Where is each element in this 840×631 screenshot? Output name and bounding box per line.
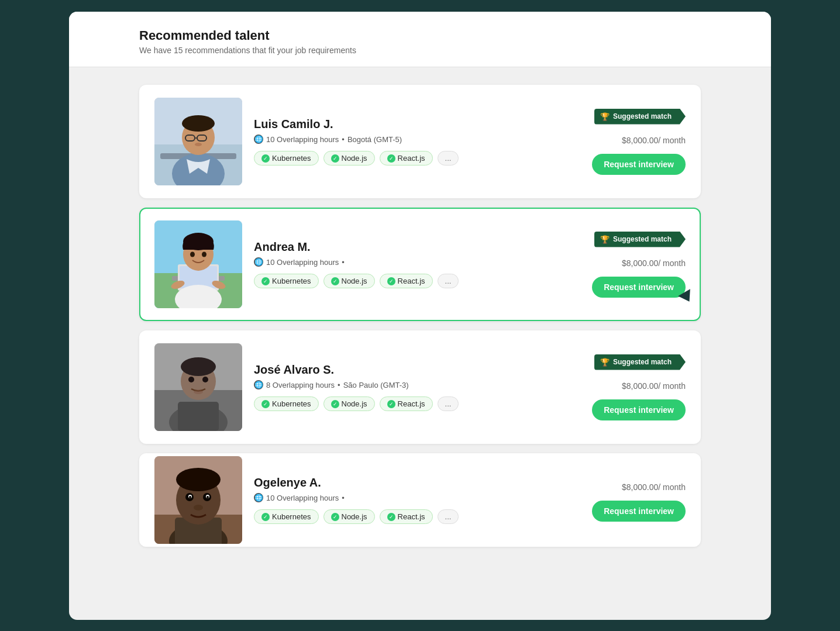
skill-reactjs: ✓ React.js <box>380 274 433 288</box>
skill-more[interactable]: ... <box>438 274 459 288</box>
skill-check-icon: ✓ <box>261 513 270 521</box>
price-ogelenye: $8,000.00/ month <box>622 478 686 494</box>
trophy-icon: 🏆 <box>600 112 610 121</box>
candidate-name-ogelenye: Ogelenye A. <box>254 476 557 489</box>
skills-row-jose: ✓ Kubernetes ✓ Node.js ✓ React.js ... <box>254 396 557 411</box>
page-title: Recommended talent <box>139 28 701 43</box>
candidate-name-luis: Luis Camilo J. <box>254 118 557 131</box>
skill-check-icon: ✓ <box>387 513 395 521</box>
skill-reactjs: ✓ React.js <box>380 151 433 165</box>
svg-point-9 <box>195 143 202 146</box>
svg-point-42 <box>206 496 209 498</box>
skill-kubernetes: ✓ Kubernetes <box>254 274 319 288</box>
skills-row-andrea: ✓ Kubernetes ✓ Node.js ✓ React.js ... <box>254 274 557 288</box>
skill-check-icon: ✓ <box>331 277 339 285</box>
skill-more[interactable]: ... <box>438 509 459 524</box>
talent-info-andrea: Andrea M. 🌐 10 Overlapping hours • ✓ Kub… <box>254 240 557 288</box>
svg-point-27 <box>181 357 216 376</box>
talent-actions-andrea: 🏆 Suggested match $8,000.00/ month Reque… <box>569 232 686 298</box>
talent-info-jose: José Alvaro S. 🌐 8 Overlapping hours • S… <box>254 363 557 411</box>
skill-kubernetes: ✓ Kubernetes <box>254 396 319 411</box>
skill-check-icon: ✓ <box>261 154 270 163</box>
skill-nodejs: ✓ Node.js <box>323 151 375 165</box>
talent-card-andrea: Andrea M. 🌐 10 Overlapping hours • ✓ Kub… <box>139 208 701 321</box>
suggested-badge-luis: 🏆 Suggested match <box>594 109 686 125</box>
skill-check-icon: ✓ <box>331 513 339 521</box>
skill-nodejs: ✓ Node.js <box>323 509 375 524</box>
skill-check-icon: ✓ <box>331 154 339 163</box>
page-subtitle: We have 15 recommendations that fit your… <box>139 46 701 55</box>
skill-nodejs: ✓ Node.js <box>323 396 375 411</box>
svg-point-28 <box>188 377 194 382</box>
skill-check-icon: ✓ <box>261 400 270 408</box>
skill-kubernetes: ✓ Kubernetes <box>254 509 319 524</box>
talent-actions-luis: 🏆 Suggested match $8,000.00/ month Reque… <box>569 109 686 175</box>
talent-actions-jose: 🏆 Suggested match $8,000.00/ month Reque… <box>569 354 686 420</box>
svg-point-5 <box>182 115 215 132</box>
svg-point-41 <box>189 496 191 498</box>
request-interview-button-luis[interactable]: Request interview <box>592 154 686 175</box>
candidate-location-luis: 🌐 10 Overlapping hours • Bogotá (GMT-5) <box>254 135 557 144</box>
skill-check-icon: ✓ <box>387 277 395 285</box>
candidate-location-ogelenye: 🌐 10 Overlapping hours • <box>254 493 557 502</box>
skill-reactjs: ✓ React.js <box>380 396 433 411</box>
request-interview-button-ogelenye[interactable]: Request interview <box>592 501 686 522</box>
avatar-luis[interactable] <box>154 98 242 185</box>
svg-point-20 <box>190 252 195 257</box>
skill-more[interactable]: ... <box>438 151 459 165</box>
talent-card-jose: José Alvaro S. 🌐 8 Overlapping hours • S… <box>139 330 701 444</box>
cards-container: Luis Camilo J. 🌐 10 Overlapping hours • … <box>69 67 771 564</box>
svg-point-30 <box>194 389 203 394</box>
globe-icon: 🌐 <box>254 380 263 389</box>
candidate-name-andrea: Andrea M. <box>254 240 557 254</box>
skill-check-icon: ✓ <box>387 154 395 163</box>
price-luis: $8,000.00/ month <box>622 132 686 147</box>
suggested-badge-jose: 🏆 Suggested match <box>594 354 686 370</box>
trophy-icon: 🏆 <box>600 235 610 244</box>
talent-info-ogelenye: Ogelenye A. 🌐 10 Overlapping hours • ✓ K… <box>254 476 557 524</box>
skill-check-icon: ✓ <box>261 277 270 285</box>
skill-nodejs: ✓ Node.js <box>323 274 375 288</box>
skills-row-ogelenye: ✓ Kubernetes ✓ Node.js ✓ React.js ... <box>254 509 557 524</box>
talent-card-ogelenye: Ogelenye A. 🌐 10 Overlapping hours • ✓ K… <box>139 453 701 547</box>
request-interview-button-jose[interactable]: Request interview <box>592 399 686 420</box>
globe-icon: 🌐 <box>254 493 263 502</box>
globe-icon: 🌐 <box>254 135 263 144</box>
skill-reactjs: ✓ React.js <box>380 509 433 524</box>
main-container: Recommended talent We have 15 recommenda… <box>69 12 771 620</box>
suggested-badge-andrea: 🏆 Suggested match <box>594 232 686 247</box>
avatar-jose[interactable] <box>154 343 242 431</box>
skill-more[interactable]: ... <box>438 396 459 411</box>
talent-card-luis: Luis Camilo J. 🌐 10 Overlapping hours • … <box>139 85 701 198</box>
talent-info-luis: Luis Camilo J. 🌐 10 Overlapping hours • … <box>254 118 557 165</box>
skills-row-luis: ✓ Kubernetes ✓ Node.js ✓ React.js ... <box>254 151 557 165</box>
price-andrea: $8,000.00/ month <box>622 254 686 270</box>
svg-point-29 <box>202 377 208 382</box>
avatar-ogelenye[interactable] <box>154 456 242 544</box>
candidate-name-jose: José Alvaro S. <box>254 363 557 377</box>
candidate-location-jose: 🌐 8 Overlapping hours • São Paulo (GMT-3… <box>254 380 557 389</box>
page-header: Recommended talent We have 15 recommenda… <box>69 12 771 67</box>
svg-point-21 <box>202 252 206 257</box>
candidate-location-andrea: 🌐 10 Overlapping hours • <box>254 257 557 267</box>
svg-rect-25 <box>178 402 219 431</box>
talent-actions-ogelenye: $8,000.00/ month Request interview <box>569 478 686 522</box>
skill-kubernetes: ✓ Kubernetes <box>254 151 319 165</box>
trophy-icon: 🏆 <box>600 358 610 367</box>
globe-icon: 🌐 <box>254 257 263 267</box>
avatar-andrea[interactable] <box>154 220 242 308</box>
skill-check-icon: ✓ <box>387 400 395 408</box>
svg-point-36 <box>176 468 221 491</box>
price-jose: $8,000.00/ month <box>622 377 686 392</box>
skill-check-icon: ✓ <box>331 400 339 408</box>
svg-point-43 <box>194 505 203 511</box>
request-interview-button-andrea[interactable]: Request interview <box>592 277 686 298</box>
